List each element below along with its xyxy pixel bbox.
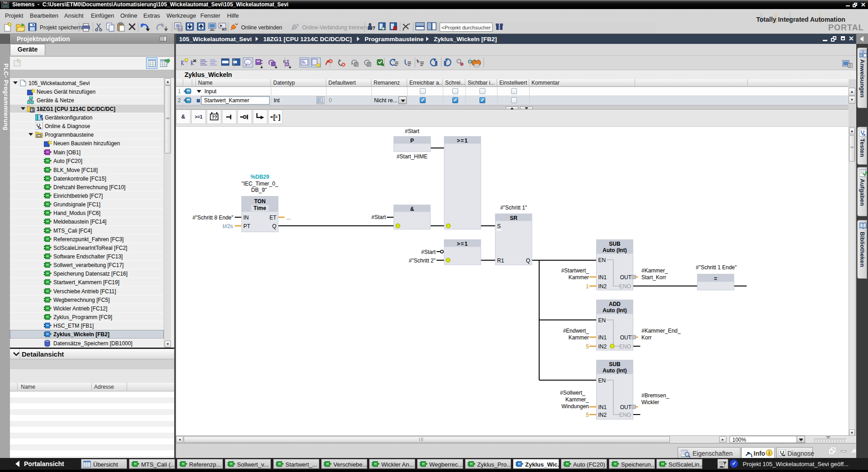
svg-text:IN1: IN1: [598, 274, 607, 281]
svg-text:OUT: OUT: [620, 274, 632, 281]
svg-text:#Start: #Start: [421, 249, 436, 255]
svg-text:#"Schritt 2": #"Schritt 2": [409, 257, 436, 264]
svg-text:"IEC_Timer_0_: "IEC_Timer_0_: [242, 181, 279, 187]
svg-text:IN2: IN2: [598, 343, 607, 350]
svg-text:1: 1: [586, 283, 589, 290]
svg-text:Kammer: Kammer: [569, 334, 589, 341]
svg-text:#Start: #Start: [405, 128, 420, 134]
svg-text:#Start: #Start: [371, 214, 386, 220]
svg-text:SR: SR: [510, 215, 517, 221]
svg-text:DB_9": DB_9": [251, 187, 266, 193]
svg-text:ENO: ENO: [619, 412, 631, 418]
svg-text:Auto (Int): Auto (Int): [602, 307, 626, 314]
svg-text:OUT: OUT: [620, 404, 632, 410]
svg-text:&: &: [410, 206, 414, 212]
svg-text:ENO: ENO: [619, 283, 631, 290]
svg-text:PT: PT: [243, 223, 251, 229]
svg-text:Q: Q: [272, 223, 276, 229]
svg-text:R1: R1: [497, 257, 504, 264]
svg-text:t#2s: t#2s: [223, 223, 233, 229]
svg-text:Time: Time: [254, 205, 266, 211]
svg-text:Kammer: Kammer: [569, 274, 589, 281]
svg-text:ADD: ADD: [609, 301, 621, 307]
svg-text:Windungen: Windungen: [561, 403, 589, 410]
svg-text:Start_Korr: Start_Korr: [641, 274, 666, 281]
svg-text:S: S: [497, 223, 501, 229]
svg-text:#Kammer_End_: #Kammer_End_: [641, 328, 681, 334]
svg-text:Auto (Int): Auto (Int): [602, 367, 626, 374]
svg-text:01: 01: [179, 27, 182, 30]
svg-text:IN1: IN1: [598, 334, 607, 341]
svg-text:#"Schritt 1 Ende": #"Schritt 1 Ende": [696, 264, 737, 271]
svg-text:Korr: Korr: [641, 334, 652, 341]
svg-text:SUB: SUB: [609, 361, 621, 367]
svg-text:#"Schritt 8 Ende": #"Schritt 8 Ende": [192, 215, 233, 221]
svg-text:>=1: >=1: [457, 241, 468, 247]
svg-text:TON: TON: [254, 198, 266, 205]
svg-text:5: 5: [586, 343, 589, 350]
svg-text:#Endwert_: #Endwert_: [563, 328, 589, 334]
svg-text:5: 5: [586, 412, 589, 418]
svg-text:=: =: [714, 276, 717, 282]
svg-text:#Sollwert_: #Sollwert_: [560, 390, 585, 396]
svg-text:%DB29: %DB29: [251, 174, 270, 180]
svg-text:...: ...: [286, 215, 291, 221]
svg-text:EN: EN: [598, 317, 606, 324]
svg-text:=: =: [275, 114, 278, 119]
svg-text:OUT: OUT: [620, 334, 632, 341]
svg-text:RT: RT: [222, 28, 227, 32]
svg-text:Wickler: Wickler: [641, 399, 659, 405]
svg-text:#Kammer_: #Kammer_: [641, 267, 668, 274]
svg-text:#Startwert_: #Startwert_: [561, 267, 589, 274]
svg-text:#"Schritt 1": #"Schritt 1": [500, 205, 527, 211]
svg-text:SUB: SUB: [609, 241, 621, 247]
svg-text:P: P: [410, 138, 414, 144]
svg-text:Kammer_: Kammer_: [565, 396, 589, 403]
svg-text:>=1: >=1: [457, 138, 468, 144]
svg-text:IN2: IN2: [598, 283, 607, 290]
svg-text:?: ?: [372, 25, 375, 31]
svg-text:#Bremsen_: #Bremsen_: [641, 392, 669, 399]
svg-text:]: ]: [278, 113, 280, 121]
svg-text:#Start_HIME: #Start_HIME: [397, 153, 428, 160]
svg-text:Q: Q: [526, 257, 530, 264]
svg-text:...: ...: [246, 60, 249, 64]
svg-text:IN1: IN1: [598, 404, 607, 410]
svg-text:EN: EN: [598, 377, 606, 384]
svg-text:ENO: ENO: [619, 343, 631, 350]
svg-text:IN: IN: [243, 215, 249, 221]
svg-text:??: ??: [212, 115, 217, 120]
svg-text:ET: ET: [270, 215, 277, 221]
svg-text:IN2: IN2: [598, 412, 607, 418]
svg-text:EN: EN: [598, 257, 606, 263]
svg-text:Auto (Int): Auto (Int): [602, 247, 626, 253]
